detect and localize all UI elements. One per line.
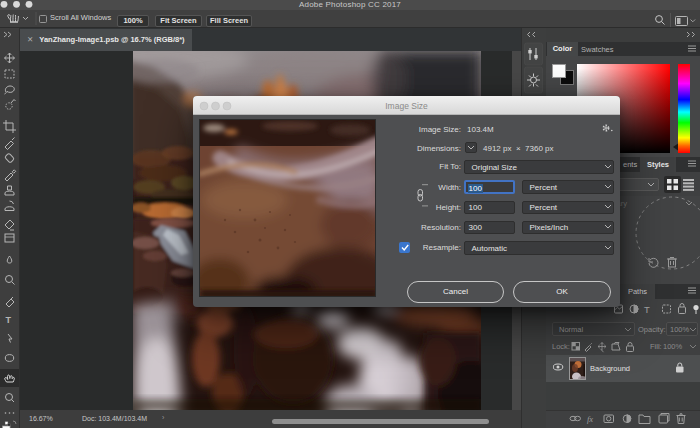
svg-text:T: T bbox=[6, 315, 12, 325]
svg-text:T: T bbox=[644, 304, 650, 315]
svg-text:fx: fx bbox=[587, 414, 593, 424]
